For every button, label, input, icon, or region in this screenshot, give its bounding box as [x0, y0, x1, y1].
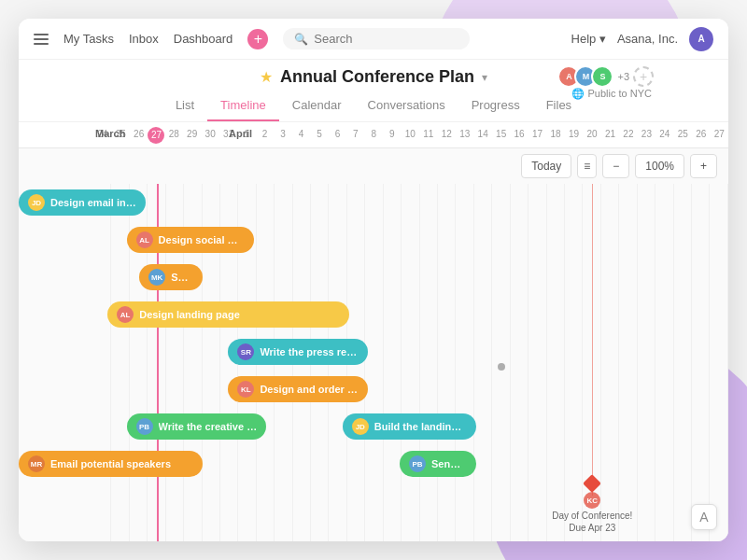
tabs-row: List Timeline Calendar Conversations Pro… [162, 92, 585, 121]
date-cell-21: 21 [601, 123, 619, 147]
task-label-t4: Design landing page [139, 309, 240, 320]
grid-line-31 [655, 184, 673, 541]
task-avatar-t7: PB [136, 418, 153, 435]
task-avatar-t6: KL [237, 381, 254, 398]
tab-calendar[interactable]: Calendar [279, 92, 355, 121]
top-nav: My Tasks Inbox Dashboard + 🔍 Help ▾ Asan… [19, 19, 728, 60]
globe-icon: 🌐 [571, 88, 585, 99]
date-cell-8: 8 [365, 123, 383, 147]
members-count-badge: +3 [617, 71, 629, 82]
date-cell-26: 26 [130, 123, 148, 147]
task-bar-t4[interactable]: ALDesign landing page [107, 301, 348, 328]
task-label-t9: Email potential speakers [50, 458, 171, 469]
dashboard-link[interactable]: Dashboard [174, 32, 233, 46]
task-avatar-t4: AL [117, 306, 134, 323]
project-dropdown-icon[interactable]: ▾ [482, 71, 487, 84]
date-cell-5: 5 [310, 123, 328, 147]
task-bar-t6[interactable]: KLDesign and order the swag [228, 376, 368, 402]
date-cell-14: 14 [473, 123, 491, 147]
timeline-area: March April 2425262728293031123456789101… [19, 122, 728, 541]
project-title-row: ★ Annual Conference Plan ▾ [260, 67, 487, 87]
date-cell-29: 29 [183, 123, 201, 147]
nav-left: My Tasks Inbox Dashboard + 🔍 [34, 28, 571, 49]
task-label-t2: Design social media assets [159, 234, 245, 245]
date-cell-22: 22 [619, 123, 637, 147]
tab-list[interactable]: List [162, 92, 207, 121]
date-cell-4: 4 [292, 123, 310, 147]
toolbar-row: Today ≡ − 100% + [19, 148, 728, 184]
grid-line-23 [511, 184, 529, 541]
gantt-area: JDDesign email invitesALDesign social me… [19, 184, 728, 541]
search-icon: 🔍 [294, 33, 308, 46]
grid-line-0 [93, 184, 111, 541]
task-label-t6: Design and order the swag [260, 384, 359, 395]
search-input[interactable] [314, 32, 454, 46]
date-cell-26: 26 [692, 123, 710, 147]
member-avatar-3[interactable]: S [591, 65, 613, 88]
milestone-day-of-conference: KCDay of Conference!Due Apr 23 [552, 477, 632, 533]
grid-line-16 [384, 184, 402, 541]
date-cell-15: 15 [492, 123, 510, 147]
date-cell-16: 16 [510, 123, 528, 147]
help-button[interactable]: Help ▾ [571, 32, 606, 46]
date-cell-13: 13 [456, 123, 473, 147]
milestone-diamond [583, 474, 601, 493]
milestone-label: Day of Conference! [552, 511, 632, 521]
tab-conversations[interactable]: Conversations [355, 92, 458, 121]
task-bar-t8[interactable]: JDBuild the landing and marketing page [343, 413, 476, 440]
task-avatar-t3: MK [148, 269, 165, 286]
project-header: ★ Annual Conference Plan ▾ A M S +3 + 🌐 … [19, 60, 728, 122]
grid-line-18 [420, 184, 438, 541]
grid-line-17 [402, 184, 419, 541]
tab-timeline[interactable]: Timeline [207, 92, 279, 121]
inbox-link[interactable]: Inbox [129, 32, 159, 46]
hamburger-icon[interactable] [34, 34, 49, 45]
task-bar-t3[interactable]: MKSend the inv... [139, 264, 203, 290]
zoom-out-button[interactable]: − [602, 154, 629, 178]
grid-line-34 [710, 184, 727, 541]
today-button[interactable]: Today [521, 154, 571, 178]
zoom-in-button[interactable]: + [690, 154, 717, 178]
zoom-level-display: 100% [635, 154, 684, 178]
task-bar-t9[interactable]: MREmail potential speakers [19, 451, 203, 477]
task-bar-t5[interactable]: SRWrite the press release [228, 339, 368, 365]
task-avatar-t2: AL [136, 231, 153, 248]
corner-expand-button[interactable]: A [691, 504, 717, 530]
date-cell-17: 17 [529, 123, 546, 147]
user-avatar[interactable]: A [689, 27, 713, 51]
add-project-button[interactable]: + [247, 29, 268, 49]
public-badge: 🌐 Public to NYC [571, 88, 652, 100]
timeline-collapse-button[interactable]: ≡ [577, 154, 597, 178]
date-cell-3: 3 [274, 123, 291, 147]
task-bar-t1[interactable]: JDDesign email invites [19, 189, 146, 216]
task-avatar-t9: MR [28, 455, 45, 472]
task-avatar-t8: JD [352, 418, 369, 435]
add-member-button[interactable]: + [633, 66, 654, 87]
month-march: March [95, 128, 125, 139]
app-window: My Tasks Inbox Dashboard + 🔍 Help ▾ Asan… [19, 19, 728, 541]
task-bar-t10[interactable]: PBSend the final report [400, 451, 476, 477]
task-avatar-t10: PB [409, 455, 426, 472]
grid-line-19 [438, 184, 456, 541]
date-header: March April 2425262728293031123456789101… [19, 122, 728, 148]
tab-progress[interactable]: Progress [458, 92, 533, 121]
my-tasks-link[interactable]: My Tasks [63, 32, 114, 46]
org-name: Asana, Inc. [617, 32, 678, 46]
task-bar-t2[interactable]: ALDesign social media assets [127, 227, 254, 253]
date-cell-24: 24 [655, 123, 673, 147]
task-label-t5: Write the press release [260, 346, 359, 357]
task-label-t10: Send the final report [431, 458, 467, 469]
date-cell-19: 19 [565, 123, 583, 147]
task-label-t1: Design email invites [50, 197, 136, 208]
grid-line-33 [692, 184, 710, 541]
date-cell-11: 11 [419, 123, 437, 147]
task-bar-t7[interactable]: PBWrite the creative brief [127, 413, 267, 440]
member-avatars: A M S +3 + [557, 65, 654, 88]
date-cell-25: 25 [674, 123, 692, 147]
grid-line-15 [365, 184, 383, 541]
date-cell-2: 2 [256, 123, 274, 147]
grid-line-24 [529, 184, 546, 541]
month-april: April [229, 128, 252, 139]
star-icon[interactable]: ★ [260, 68, 273, 86]
date-cells: 2425262728293031123456789101112131415161… [93, 123, 728, 147]
